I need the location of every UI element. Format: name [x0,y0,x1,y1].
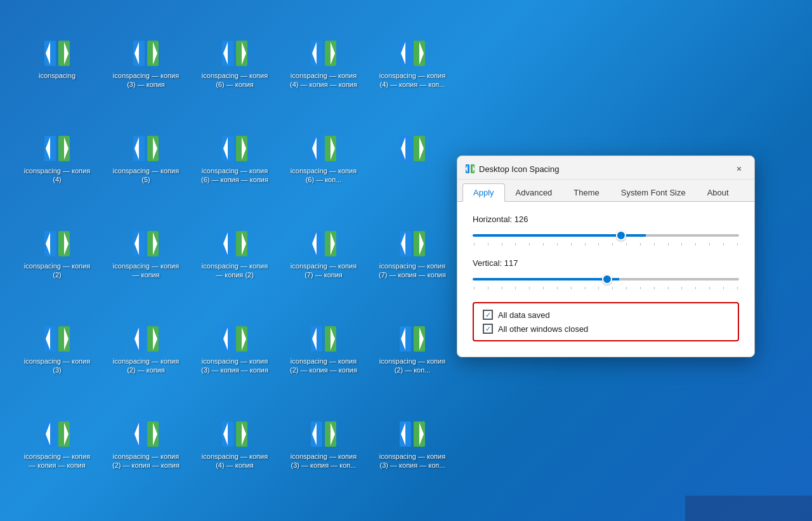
taskbar-right-edge [685,496,812,521]
list-item[interactable]: iconspacing — копия (2) — копия — копия [108,419,184,508]
icon-label: iconspacing — копия — копия — копия [22,452,92,470]
icon-label: iconspacing — копия (4) — копия — копия [289,71,358,89]
icon-label: iconspacing — копия (3) — копия — коп... [377,452,447,470]
icon-label: iconspacing — копия (4) — копия — коп... [377,71,447,89]
icon-label: iconspacing — копия (6) — копия — копия [200,166,270,185]
status-checkbox-section: ✓ All data saved ✓ All other windows clo… [473,302,739,341]
tick [737,243,738,246]
vertical-slider-track [473,273,739,286]
icon-label: iconspacing — копия (5) [111,166,181,185]
tick [488,243,488,246]
horizontal-slider[interactable] [473,234,739,237]
tick [515,287,516,289]
list-item[interactable]: iconspacing — копия (6) — коп... [285,133,362,222]
icon-label: iconspacing — копия (2) — копия — копия [289,357,358,375]
tab-advanced[interactable]: Advanced [505,183,563,201]
icon-label: iconspacing — копия (4) [22,166,92,185]
checkbox-label-data-saved: All data saved [498,310,550,320]
tick [612,287,613,289]
tick [681,287,682,289]
tick [640,287,641,289]
list-item[interactable]: iconspacing — копия (4) [19,133,95,222]
icon-label: iconspacing — копия (3) — копия — коп... [289,452,358,470]
tick [543,287,544,289]
dialog-titlebar: Desktop Icon Spacing × [457,156,754,180]
list-item[interactable]: iconspacing — копия (3) [19,324,95,412]
list-item[interactable]: iconspacing — копия (6) — копия [197,38,273,127]
icon-label: iconspacing — копия (2) — коп... [377,357,447,375]
list-item[interactable]: iconspacing — копия (7) — копия [285,228,362,317]
icons-grid: iconspacing iconspacing — копия (3) — ко… [0,0,457,508]
tick [612,243,613,246]
tick [695,243,696,246]
list-item[interactable]: iconspacing — копия — копия (2) [197,228,273,317]
checkbox-windows-closed[interactable]: ✓ [483,324,493,334]
list-item[interactable]: iconspacing — копия (2) — копия — копия [285,324,362,412]
tab-apply[interactable]: Apply [462,183,505,202]
list-item[interactable]: iconspacing — копия (3) — копия — коп... [285,419,362,508]
list-item[interactable]: iconspacing — копия — копия — копия [19,419,95,508]
tab-system-font-size[interactable]: System Font Size [610,183,697,201]
tick [557,287,558,289]
list-item[interactable]: iconspacing — копия (4) — копия [197,419,273,508]
icon-label: iconspacing — копия (2) — копия [111,357,181,375]
close-button[interactable]: × [731,161,747,176]
tick [668,243,669,246]
dialog-window: Desktop Icon Spacing × Apply Advanced Th… [457,155,755,357]
tick [585,287,586,289]
icon-label: iconspacing — копия — копия (2) [200,261,270,280]
tab-theme[interactable]: Theme [563,183,610,201]
tick [585,243,586,246]
tick [502,287,502,289]
icon-label: iconspacing [39,71,75,80]
vertical-ticks [473,287,739,289]
list-item[interactable]: iconspacing — копия (2) — копия [108,324,184,412]
list-item[interactable]: iconspacing — копия (6) — копия — копия [197,133,273,222]
tick [571,243,572,246]
tick [626,287,627,289]
tick [695,287,696,289]
tick [681,243,682,246]
tick [654,243,655,246]
list-item[interactable]: iconspacing — копия (3) — копия — коп... [374,419,450,508]
list-item[interactable]: iconspacing — копия (4) — копия — копия [285,38,362,127]
icon-label: iconspacing — копия (7) — копия [289,261,358,280]
tick [529,243,530,246]
tick [626,243,627,246]
list-item[interactable] [374,133,450,222]
tick [598,287,599,289]
list-item[interactable]: iconspacing — копия (2) [19,228,95,317]
list-item[interactable]: iconspacing — копия (7) — копия — копия [374,228,450,317]
horizontal-ticks [473,243,739,246]
checkbox-item-windows-closed[interactable]: ✓ All other windows closed [483,324,729,334]
list-item[interactable]: iconspacing — копия (5) [108,133,184,222]
list-item[interactable]: iconspacing [19,38,95,127]
list-item[interactable]: iconspacing — копия — копия [108,228,184,317]
tick [640,243,641,246]
tick [474,243,475,246]
tick [529,287,530,289]
list-item[interactable]: iconspacing — копия (4) — копия — коп... [374,38,450,127]
tick [654,287,655,289]
tick [571,287,572,289]
icon-label: iconspacing — копия (3) — копия [111,71,181,89]
list-item[interactable]: iconspacing — копия (3) — копия [108,38,184,127]
icon-label: iconspacing — копия (2) [22,261,92,280]
tab-about[interactable]: About [697,183,740,201]
tick [543,243,544,246]
list-item[interactable]: iconspacing — копия (3) — копия — копия [197,324,273,412]
tick [709,287,710,289]
icon-label: iconspacing — копия (7) — копия — копия [377,261,447,280]
dialog-title-left: Desktop Icon Spacing [465,164,559,174]
tick [488,287,488,289]
horizontal-slider-track [473,229,739,242]
list-item[interactable]: iconspacing — копия (2) — коп... [374,324,450,412]
tab-bar: Apply Advanced Theme System Font Size Ab… [457,180,754,201]
icon-label: iconspacing — копия — копия [111,261,181,280]
checkbox-item-data-saved[interactable]: ✓ All data saved [483,310,729,320]
vertical-slider[interactable] [473,278,739,280]
checkbox-data-saved[interactable]: ✓ [483,310,493,320]
tick [474,287,475,289]
icon-label: iconspacing — копия (3) — копия — копия [200,357,270,375]
horizontal-label: Horizontal: 126 [473,214,739,224]
